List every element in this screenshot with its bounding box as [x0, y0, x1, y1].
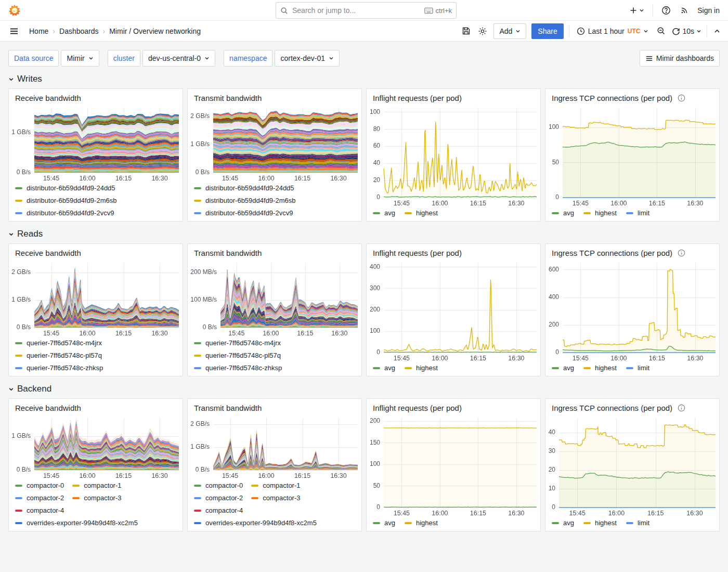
- panel-title[interactable]: Receive bandwidth: [15, 249, 81, 257]
- panel-title[interactable]: Inflight requests (per pod): [373, 404, 462, 412]
- section-toggle[interactable]: Reads: [8, 229, 720, 239]
- legend-item[interactable]: querier-7ff6d5748c-zhksp: [194, 364, 356, 372]
- legend-item[interactable]: compactor-1: [72, 482, 121, 489]
- new-button[interactable]: [628, 5, 645, 16]
- legend-item[interactable]: querier-7ff6d5748c-zhksp: [15, 364, 177, 372]
- legend-item[interactable]: limit: [626, 519, 649, 527]
- legend-label: compactor-3: [84, 494, 121, 502]
- legend-item[interactable]: avg: [552, 364, 574, 372]
- legend-label: highest: [416, 364, 438, 372]
- news-button[interactable]: [679, 5, 690, 16]
- collapse-toolbar-button[interactable]: [712, 27, 722, 36]
- time-range-picker[interactable]: Last 1 hour UTC: [575, 27, 651, 35]
- legend-item[interactable]: compactor-2: [15, 494, 64, 502]
- legend-item[interactable]: limit: [626, 209, 649, 217]
- breadcrumb-home[interactable]: Home: [29, 27, 48, 35]
- legend-label: highest: [595, 519, 617, 527]
- legend-item[interactable]: querier-7ff6d5748c-pl57q: [15, 352, 177, 359]
- panel-title[interactable]: Ingress TCP connections (per pod): [552, 249, 672, 257]
- chart-canvas[interactable]: [545, 258, 719, 363]
- legend-item[interactable]: querier-7ff6d5748c-pl57q: [194, 352, 356, 359]
- panel-title[interactable]: Inflight requests (per pod): [373, 94, 462, 102]
- legend-item[interactable]: avg: [373, 364, 395, 372]
- legend-item[interactable]: overrides-exporter-994b9d4f8-xc2m5: [194, 519, 317, 527]
- sign-in-button[interactable]: Sign in: [697, 6, 720, 15]
- zoom-out-button[interactable]: [656, 25, 667, 36]
- panel-title[interactable]: Ingress TCP connections (per pod): [552, 404, 672, 412]
- legend-item[interactable]: compactor-1: [251, 482, 300, 489]
- legend-item[interactable]: highest: [583, 519, 617, 527]
- legend-item[interactable]: distributor-6b59dd4fd9-2m6sb: [15, 197, 177, 204]
- legend-item[interactable]: overrides-exporter-994b9d4f8-xc2m5: [15, 519, 138, 527]
- legend-item[interactable]: highest: [583, 209, 617, 217]
- legend-item[interactable]: highest: [405, 519, 438, 527]
- legend-label: compactor-3: [263, 494, 300, 502]
- panel-title[interactable]: Transmit bandwidth: [194, 249, 262, 257]
- legend-item[interactable]: avg: [552, 209, 574, 217]
- chart-canvas[interactable]: [9, 103, 183, 183]
- legend-item[interactable]: compactor-4: [15, 506, 64, 514]
- panel-title[interactable]: Receive bandwidth: [15, 94, 81, 102]
- chart-canvas[interactable]: [367, 103, 540, 208]
- legend-item[interactable]: avg: [552, 519, 574, 527]
- namespace-select[interactable]: cortex-dev-01: [275, 50, 340, 67]
- legend-item[interactable]: avg: [373, 519, 395, 527]
- info-icon[interactable]: [678, 94, 685, 102]
- panel-title[interactable]: Inflight requests (per pod): [373, 249, 462, 257]
- chart-canvas[interactable]: [545, 103, 719, 208]
- legend-item[interactable]: distributor-6b59dd4fd9-2vcv9: [15, 209, 177, 217]
- chart-canvas[interactable]: [188, 258, 361, 338]
- menu-toggle[interactable]: [8, 25, 20, 37]
- legend-swatch-icon: [194, 187, 201, 189]
- legend-item[interactable]: querier-7ff6d5748c-m4jrx: [194, 339, 356, 347]
- info-icon[interactable]: [678, 404, 685, 412]
- legend-item[interactable]: limit: [626, 364, 649, 372]
- search-input[interactable]: [292, 6, 420, 15]
- legend: compactor-0 compactor-1 compactor-2 comp…: [188, 480, 361, 531]
- share-button[interactable]: Share: [531, 23, 563, 39]
- legend-item[interactable]: compactor-4: [194, 506, 243, 514]
- legend-item[interactable]: distributor-6b59dd4fd9-2m6sb: [194, 197, 356, 204]
- legend-label: highest: [595, 364, 617, 372]
- chart-canvas[interactable]: [367, 258, 540, 363]
- refresh-picker[interactable]: 10s: [672, 27, 701, 35]
- legend-item[interactable]: compactor-3: [251, 494, 300, 502]
- chart-canvas[interactable]: [9, 258, 183, 338]
- breadcrumb-dashboards[interactable]: Dashboards: [59, 27, 99, 35]
- settings-button[interactable]: [477, 25, 488, 37]
- panel-title[interactable]: Transmit bandwidth: [194, 404, 262, 412]
- legend-item[interactable]: highest: [405, 364, 438, 372]
- help-button[interactable]: [660, 5, 672, 16]
- legend-item[interactable]: highest: [405, 209, 438, 217]
- section-toggle[interactable]: Writes: [8, 74, 720, 84]
- legend-item[interactable]: distributor-6b59dd4fd9-24dd5: [194, 184, 356, 192]
- legend-item[interactable]: distributor-6b59dd4fd9-2vcv9: [194, 209, 356, 217]
- chart-canvas[interactable]: [9, 413, 183, 480]
- chart-canvas[interactable]: [545, 413, 719, 518]
- cluster-label: cluster: [108, 50, 140, 67]
- legend-item[interactable]: highest: [583, 364, 617, 372]
- search-box[interactable]: ctrl+k: [276, 2, 457, 19]
- chart-canvas[interactable]: [188, 103, 361, 183]
- grafana-logo[interactable]: [8, 4, 21, 17]
- list-icon: [645, 55, 653, 62]
- legend-item[interactable]: distributor-6b59dd4fd9-24dd5: [15, 184, 177, 192]
- legend-item[interactable]: avg: [373, 209, 395, 217]
- chart-canvas[interactable]: [188, 413, 361, 480]
- panel-title[interactable]: Transmit bandwidth: [194, 94, 262, 102]
- save-dashboard-button[interactable]: [461, 25, 472, 36]
- cluster-select[interactable]: dev-us-central-0: [142, 50, 215, 67]
- legend-item[interactable]: compactor-0: [15, 482, 64, 489]
- legend-item[interactable]: compactor-2: [194, 494, 243, 502]
- chart-canvas[interactable]: [367, 413, 540, 518]
- add-button[interactable]: Add: [493, 23, 526, 39]
- legend-item[interactable]: compactor-0: [194, 482, 243, 489]
- info-icon[interactable]: [678, 249, 685, 257]
- mimir-dashboards-button[interactable]: Mimir dashboards: [640, 50, 720, 67]
- datasource-select[interactable]: Mimir: [61, 50, 99, 67]
- legend-item[interactable]: compactor-3: [72, 494, 121, 502]
- section-toggle[interactable]: Backend: [8, 384, 720, 394]
- panel-title[interactable]: Ingress TCP connections (per pod): [552, 94, 672, 102]
- panel-title[interactable]: Receive bandwidth: [15, 404, 81, 412]
- legend-item[interactable]: querier-7ff6d5748c-m4jrx: [15, 339, 177, 347]
